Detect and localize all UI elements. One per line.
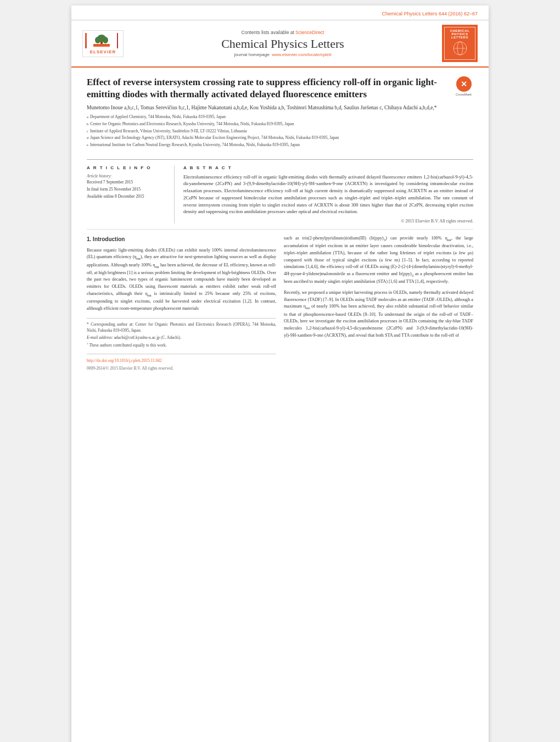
affil-a-sup: a xyxy=(87,114,88,120)
info-abstract-section: A R T I C L E I N F O Article history: R… xyxy=(87,159,473,224)
affil-d-text: Japan Science and Technology Agency (JST… xyxy=(90,135,339,141)
affil-c: c Institute of Applied Research, Vilnius… xyxy=(87,128,449,135)
journal-reference-bar: Chemical Physics Letters 644 (2016) 62–6… xyxy=(71,5,489,20)
article-info-panel: A R T I C L E I N F O Article history: R… xyxy=(87,165,175,224)
crossmark-logo: ✕ CrossMark xyxy=(454,76,473,153)
affil-a-text: Department of Applied Chemistry, 744 Mot… xyxy=(90,114,226,120)
elsevier-logo: ELSEVIER xyxy=(82,30,124,57)
homepage-label: journal homepage: xyxy=(234,52,270,57)
doi-section: http://dx.doi.org/10.1016/j.cplett.2015.… xyxy=(87,354,276,372)
sciencedirect-link[interactable]: ScienceDirect xyxy=(295,30,324,35)
article-title-section: Effect of reverse intersystem crossing r… xyxy=(87,76,473,153)
crossmark-label: CrossMark xyxy=(456,93,472,96)
doi-link-line: http://dx.doi.org/10.1016/j.cplett.2015.… xyxy=(87,357,276,364)
affil-e-sup: e xyxy=(87,142,88,148)
copyright-line: © 2015 Elsevier B.V. All rights reserved… xyxy=(183,219,473,224)
journal-logo-line3: LETTERS xyxy=(446,36,473,39)
contents-line: Contents lists available at ScienceDirec… xyxy=(131,30,434,35)
affil-b-sup: b xyxy=(87,121,88,127)
journal-logo-box: CHEMICAL PHYSICS LETTERS xyxy=(442,25,478,62)
elsevier-wordmark: ELSEVIER xyxy=(85,49,121,54)
journal-citation: Chemical Physics Letters 644 (2016) 62–6… xyxy=(382,11,478,16)
authors-line: Munetomo Inoue a,b,c,1, Tomas Serevičius… xyxy=(87,105,449,110)
intro-para3: Recently, we proposed a unique triplet h… xyxy=(284,289,473,339)
affil-c-sup: c xyxy=(87,128,88,135)
affil-b: b Center for Organic Photonics and Elect… xyxy=(87,121,449,127)
affil-b-text: Center for Organic Photonics and Electro… xyxy=(90,121,294,127)
body-columns: 1. Introduction Because organic light-em… xyxy=(87,235,473,372)
affil-c-text: Institute of Applied Research, Vilnius U… xyxy=(90,128,247,135)
intro-para1: Because organic light-emitting diodes (O… xyxy=(87,247,276,313)
available-date: Available online 8 December 2015 xyxy=(87,194,169,199)
issn-line: 0009-2614/© 2015 Elsevier B.V. All right… xyxy=(87,365,276,372)
body-col-left: 1. Introduction Because organic light-em… xyxy=(87,235,276,372)
article-title: Effect of reverse intersystem crossing r… xyxy=(87,76,449,101)
affiliations-list: a Department of Applied Chemistry, 744 M… xyxy=(87,114,449,148)
crossmark-circle: ✕ xyxy=(456,76,472,92)
body-col-right: such as tris(2-phenylpyridinato)iridium(… xyxy=(284,235,473,372)
svg-point-3 xyxy=(103,37,108,43)
affil-d: d Japan Science and Technology Agency (J… xyxy=(87,135,449,141)
doi-link[interactable]: http://dx.doi.org/10.1016/j.cplett.2015.… xyxy=(87,358,162,363)
homepage-link[interactable]: www.elsevier.com/locate/cplett xyxy=(272,52,332,57)
journal-title: Chemical Physics Letters xyxy=(131,37,434,51)
history-label: Article history: xyxy=(87,174,169,178)
higher-word: higher xyxy=(372,202,384,208)
elsevier-logo-image xyxy=(85,33,118,48)
footnote-1: * Corresponding author at: Center for Or… xyxy=(87,321,276,334)
intro-para2: such as tris(2-phenylpyridinato)iridium(… xyxy=(284,235,473,286)
article-page: Chemical Physics Letters 644 (2016) 62–6… xyxy=(71,5,489,742)
contents-label: Contents lists available at xyxy=(242,30,294,35)
abstract-panel: A B S T R A C T Electroluminescence effi… xyxy=(183,165,473,224)
article-info-heading: A R T I C L E I N F O xyxy=(87,165,169,170)
footnote-section: * Corresponding author at: Center for Or… xyxy=(87,318,276,349)
intro-heading: 1. Introduction xyxy=(87,235,276,244)
abstract-heading: A B S T R A C T xyxy=(183,165,473,170)
affil-e-text: International Institute for Carbon Neutr… xyxy=(90,142,300,148)
abstract-text: Electroluminescence efficiency roll-off … xyxy=(183,174,473,216)
svg-point-2 xyxy=(95,37,100,43)
revised-date: In final form 25 November 2015 xyxy=(87,187,169,192)
footnote-2: 1 These authors contributed equally to t… xyxy=(87,342,276,348)
footnote-email: E-mail address: adachi@cstf.kyushu-u.ac.… xyxy=(87,334,276,341)
affil-a: a Department of Applied Chemistry, 744 M… xyxy=(87,114,449,120)
affil-e: e International Institute for Carbon Neu… xyxy=(87,142,449,148)
journal-header: ELSEVIER Contents lists available at Sci… xyxy=(71,20,489,68)
section-divider xyxy=(87,229,473,230)
homepage-line: journal homepage: www.elsevier.com/locat… xyxy=(131,52,434,57)
journal-center-info: Contents lists available at ScienceDirec… xyxy=(131,30,434,57)
article-content: Effect of reverse intersystem crossing r… xyxy=(71,68,489,381)
affil-d-sup: d xyxy=(87,135,88,141)
article-title-wrapper: Effect of reverse intersystem crossing r… xyxy=(87,76,449,153)
svg-rect-5 xyxy=(93,44,110,47)
received-date: Received 7 September 2015 xyxy=(87,180,169,185)
